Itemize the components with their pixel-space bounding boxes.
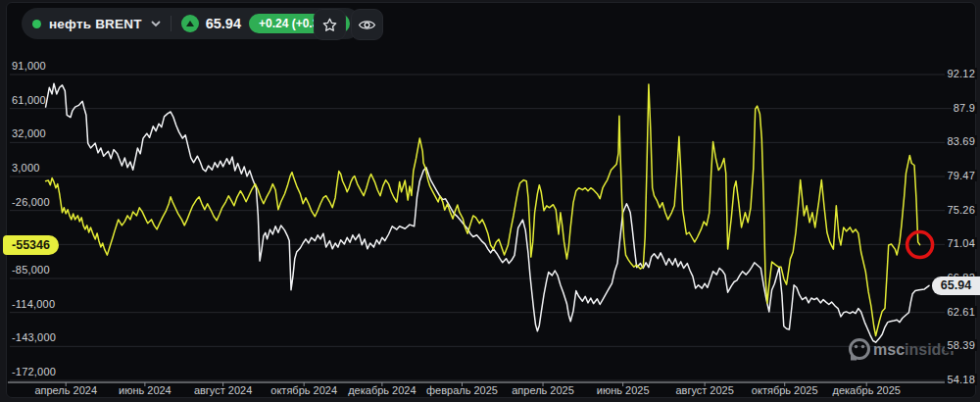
watermark-logo-dot xyxy=(855,345,858,348)
gridlines xyxy=(10,75,974,380)
divider xyxy=(171,16,172,31)
watermark-logo-dot xyxy=(861,345,864,348)
last-price: 65.94 xyxy=(206,16,241,31)
price-chart[interactable]: mscinsider xyxy=(0,0,980,402)
svg-text:mscinsider: mscinsider xyxy=(873,341,956,358)
instrument-status-dot xyxy=(32,20,41,28)
toolbar: нефть BRENT 65.94 +0.24 (+0.37%) xyxy=(0,0,980,51)
app-window: mscinsider 91,00061,00032,0003,000-26,00… xyxy=(0,0,980,402)
left-axis-current-value-badge: -55346 xyxy=(3,235,59,255)
favorite-button[interactable] xyxy=(314,9,346,40)
eye-icon xyxy=(358,18,376,32)
instrument-name: нефть BRENT xyxy=(49,17,142,31)
instrument-selector[interactable]: нефть BRENT 65.94 +0.24 (+0.37%) xyxy=(22,8,362,39)
x-axis-line xyxy=(8,382,974,386)
watermark: mscinsider xyxy=(851,340,956,360)
watch-button[interactable] xyxy=(351,9,383,40)
right-current-value: 65.94 xyxy=(941,278,971,292)
watermark-text-bold: msc xyxy=(873,341,905,358)
left-current-value: -55346 xyxy=(12,238,50,252)
watermark-text-light: insider xyxy=(905,341,956,358)
arrow-up-icon xyxy=(181,15,199,32)
star-icon xyxy=(321,17,338,33)
right-axis-current-price-badge: 65.94 xyxy=(932,276,980,295)
chevron-down-icon[interactable] xyxy=(151,21,161,27)
chart-series xyxy=(46,83,929,342)
